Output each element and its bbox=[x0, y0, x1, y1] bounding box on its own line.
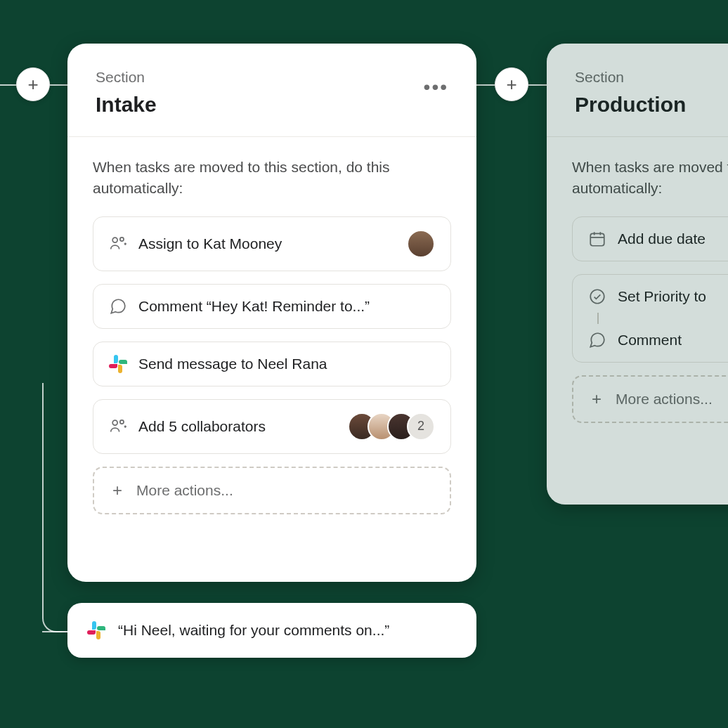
avatar-stack: 2 bbox=[348, 412, 435, 441]
rule-add-collaborators[interactable]: Add 5 collaborators 2 bbox=[93, 399, 451, 454]
rule-label: Comment bbox=[618, 332, 682, 349]
card-body: When tasks are moved to this section, do… bbox=[547, 137, 728, 457]
card-header: Section Production bbox=[547, 44, 728, 137]
avatar bbox=[407, 230, 435, 258]
more-menu-button[interactable]: ••• bbox=[424, 76, 448, 98]
rule-label: Add due date bbox=[618, 230, 706, 247]
svg-rect-4 bbox=[590, 233, 604, 245]
check-circle-icon bbox=[588, 287, 606, 306]
automation-prompt: When tasks are moved to this section, do… bbox=[93, 157, 451, 200]
section-label: Section bbox=[96, 69, 448, 86]
rule-comment[interactable]: Comment bbox=[573, 318, 728, 362]
svg-point-5 bbox=[590, 290, 604, 304]
svg-point-0 bbox=[112, 238, 117, 242]
more-actions-label: More actions... bbox=[136, 482, 233, 499]
section-card-production: Section Production When tasks are moved … bbox=[547, 44, 728, 505]
more-actions-button[interactable]: + More actions... bbox=[93, 467, 451, 514]
svg-point-3 bbox=[120, 420, 124, 424]
card-body: When tasks are moved to this section, do… bbox=[67, 137, 476, 548]
slack-connector-end bbox=[42, 631, 70, 632]
card-header: Section Intake ••• bbox=[67, 44, 476, 137]
automation-prompt: When tasks are moved to this section, do… bbox=[572, 157, 728, 200]
rule-label: Comment “Hey Kat! Reminder to...” bbox=[138, 298, 370, 315]
rule-label: Set Priority to bbox=[618, 288, 706, 305]
section-label: Section bbox=[575, 69, 728, 86]
rule-comment[interactable]: Comment “Hey Kat! Reminder to...” bbox=[93, 284, 451, 329]
comment-icon bbox=[109, 297, 127, 316]
svg-point-2 bbox=[112, 420, 117, 425]
rule-group[interactable]: Set Priority to Comment bbox=[572, 274, 728, 363]
section-title: Intake bbox=[96, 93, 448, 117]
rule-label: Assign to Kat Mooney bbox=[138, 235, 282, 252]
rule-set-priority[interactable]: Set Priority to bbox=[573, 275, 728, 318]
calendar-icon bbox=[588, 230, 606, 248]
slack-icon bbox=[109, 355, 127, 373]
plus-icon: + bbox=[506, 74, 516, 96]
plus-icon: + bbox=[110, 481, 125, 500]
rule-label: Send message to Neel Rana bbox=[138, 356, 327, 372]
rule-assign[interactable]: Assign to Kat Mooney bbox=[93, 216, 451, 271]
section-card-intake: Section Intake ••• When tasks are moved … bbox=[67, 44, 476, 582]
slack-message-text: “Hi Neel, waiting for your comments on..… bbox=[118, 622, 389, 639]
slack-connector bbox=[42, 383, 70, 632]
rule-due-date[interactable]: Add due date bbox=[572, 216, 728, 261]
add-section-button-right[interactable]: + bbox=[495, 67, 528, 101]
slack-message-preview: “Hi Neel, waiting for your comments on..… bbox=[67, 603, 476, 658]
slack-icon bbox=[87, 621, 105, 639]
avatar-overflow-count: 2 bbox=[407, 412, 435, 441]
more-actions-label: More actions... bbox=[616, 391, 713, 408]
section-title: Production bbox=[575, 93, 728, 117]
rule-connector bbox=[597, 313, 599, 324]
plus-icon: + bbox=[27, 74, 38, 96]
collaborators-icon bbox=[109, 417, 127, 436]
svg-point-1 bbox=[120, 238, 124, 241]
assignee-icon bbox=[109, 235, 127, 253]
comment-icon bbox=[588, 331, 606, 349]
add-section-button-left[interactable]: + bbox=[16, 67, 50, 101]
more-actions-button[interactable]: + More actions... bbox=[572, 375, 728, 423]
rule-label: Add 5 collaborators bbox=[138, 418, 266, 435]
rule-slack-message[interactable]: Send message to Neel Rana bbox=[93, 342, 451, 386]
plus-icon: + bbox=[589, 389, 604, 409]
